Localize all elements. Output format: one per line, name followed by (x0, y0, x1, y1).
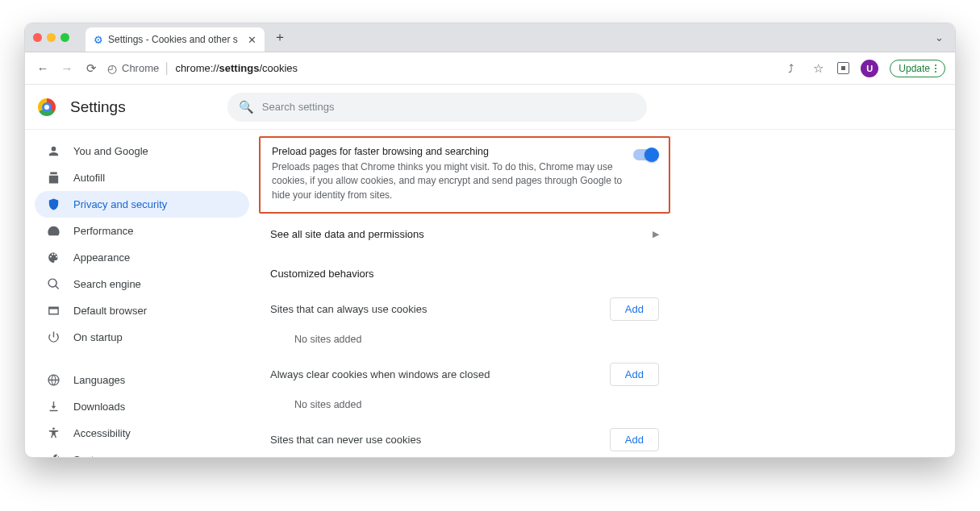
settings-main: Preload pages for faster browsing and se… (259, 130, 955, 457)
back-button[interactable]: ← (35, 61, 51, 75)
sidebar-item-system[interactable]: System (35, 447, 249, 457)
new-tab-button[interactable]: ＋ (269, 27, 290, 48)
preload-title: Preload pages for faster browsing and se… (272, 146, 623, 157)
sidebar-item-label: System (73, 454, 108, 457)
sidebar-item-label: Default browser (73, 305, 147, 317)
no-sites-label: No sites added (259, 389, 670, 417)
reload-button[interactable]: ⟳ (83, 61, 99, 76)
no-sites-label: No sites added (259, 455, 670, 457)
row-label: Sites that can always use cookies (270, 303, 427, 315)
sidebar-item-label: You and Google (73, 145, 148, 157)
settings-sidebar: You and GoogleAutofillPrivacy and securi… (25, 130, 259, 457)
url-suffix: /cookies (259, 62, 298, 74)
sidebar-item-label: Privacy and security (73, 198, 167, 210)
sidebar-item-label: Downloads (73, 401, 125, 413)
update-label: Update (899, 63, 930, 74)
person-icon (46, 144, 60, 158)
sidebar-item-label: Performance (73, 225, 133, 237)
all-site-data-label: See all site data and permissions (270, 228, 424, 240)
window-close-dot[interactable] (33, 33, 42, 42)
preload-toggle[interactable] (633, 149, 657, 160)
sidebar-item-downloads[interactable]: Downloads (35, 393, 249, 420)
browser-tab[interactable]: ⚙ Settings - Cookies and other s ✕ (85, 27, 265, 52)
browser-window: ⚙ Settings - Cookies and other s ✕ ＋ ⌄ ←… (24, 23, 956, 458)
page-title: Settings (70, 98, 126, 116)
chevron-right-icon: ▶ (653, 229, 659, 239)
speed-icon (46, 224, 60, 238)
close-tab-icon[interactable]: ✕ (248, 34, 256, 46)
sidebar-item-autofill[interactable]: Autofill (35, 164, 249, 191)
sidebar-item-label: Accessibility (73, 427, 131, 439)
address-bar[interactable]: ◴ Chrome │ chrome://settings/cookies (107, 62, 774, 75)
sidebar-item-default-browser[interactable]: Default browser (35, 297, 249, 324)
sidebar-item-search-engine[interactable]: Search engine (35, 271, 249, 297)
sidebar-item-performance[interactable]: Performance (35, 218, 249, 244)
no-sites-label: No sites added (259, 324, 670, 351)
palette-icon (46, 251, 60, 264)
tab-strip: ⚙ Settings - Cookies and other s ✕ ＋ ⌄ (25, 23, 955, 52)
bookmark-icon[interactable]: ☆ (810, 61, 826, 76)
shield-icon (46, 197, 60, 211)
row-label: Sites that can never use cookies (270, 434, 421, 446)
sidebar-item-label: Languages (73, 374, 125, 386)
autofill-icon (46, 171, 60, 185)
sidebar-item-label: On startup (73, 331, 123, 343)
window-max-dot[interactable] (60, 33, 69, 42)
preload-pages-setting: Preload pages for faster browsing and se… (259, 136, 670, 214)
customized-behaviors-title: Customized behaviors (259, 251, 670, 286)
globe-icon (46, 373, 60, 387)
cookie-behavior-row: Sites that can never use cookiesAdd (259, 417, 670, 455)
settings-header: Settings 🔍 Search settings (25, 85, 955, 130)
chrome-logo-icon (38, 98, 56, 116)
sidebar-item-label: Search engine (73, 278, 141, 290)
download-icon (46, 400, 60, 413)
extensions-icon[interactable] (837, 62, 849, 74)
profile-avatar[interactable]: U (861, 60, 878, 77)
url-origin: Chrome (122, 62, 159, 74)
tab-title: Settings - Cookies and other s (108, 34, 238, 45)
sidebar-item-label: Autofill (73, 172, 105, 184)
cookie-behavior-row: Sites that can always use cookiesAdd (259, 286, 670, 324)
window-min-dot[interactable] (47, 33, 56, 42)
site-info-icon[interactable]: ◴ (107, 62, 117, 75)
add-site-button[interactable]: Add (610, 297, 659, 321)
row-label: Always clear cookies when windows are cl… (270, 368, 490, 380)
add-site-button[interactable]: Add (610, 363, 659, 386)
sidebar-item-on-startup[interactable]: On startup (35, 324, 249, 351)
all-site-data-link[interactable]: See all site data and permissions ▶ (259, 214, 670, 251)
tabs-dropdown-icon[interactable]: ⌄ (935, 31, 955, 44)
gear-icon: ⚙ (94, 34, 103, 46)
access-icon (46, 426, 60, 440)
search-icon (46, 277, 60, 291)
url-bold: settings (219, 62, 260, 74)
search-placeholder: Search settings (262, 101, 335, 113)
sidebar-item-privacy-and-security[interactable]: Privacy and security (35, 191, 249, 218)
share-icon[interactable]: ⤴ (782, 62, 799, 75)
search-settings-input[interactable]: 🔍 Search settings (227, 93, 647, 122)
power-icon (46, 330, 60, 344)
cookie-behavior-row: Always clear cookies when windows are cl… (259, 351, 670, 389)
update-button[interactable]: Update (890, 60, 945, 77)
browser-toolbar: ← → ⟳ ◴ Chrome │ chrome://settings/cooki… (25, 52, 955, 85)
preload-description: Preloads pages that Chrome thinks you mi… (272, 160, 623, 202)
url-prefix: chrome:// (175, 62, 219, 74)
window-icon (46, 304, 60, 318)
wrench-icon (46, 453, 60, 457)
menu-dots-icon (935, 64, 936, 73)
sidebar-item-accessibility[interactable]: Accessibility (35, 420, 249, 447)
sidebar-item-languages[interactable]: Languages (35, 367, 249, 393)
sidebar-item-label: Appearance (73, 251, 130, 264)
forward-button: → (59, 61, 75, 75)
sidebar-item-appearance[interactable]: Appearance (35, 244, 249, 271)
search-icon: 🔍 (239, 100, 254, 114)
add-site-button[interactable]: Add (610, 428, 659, 451)
sidebar-item-you-and-google[interactable]: You and Google (35, 138, 249, 164)
